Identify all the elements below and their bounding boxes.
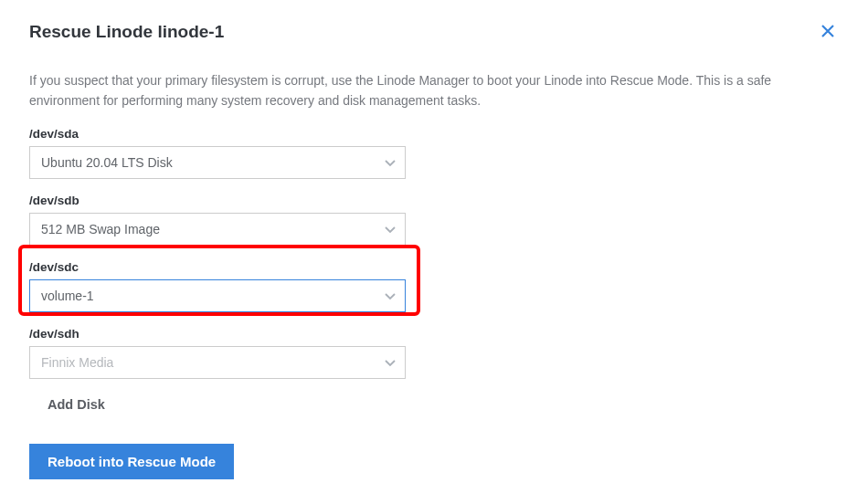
device-sdh-select: Finnix Media (29, 346, 406, 379)
device-sdb-select[interactable]: 512 MB Swap Image (29, 213, 406, 246)
device-sdh-group: /dev/sdh Finnix Media (29, 327, 839, 379)
modal-description: If you suspect that your primary filesys… (29, 71, 839, 110)
device-sdc-group: /dev/sdc volume-1 (29, 260, 839, 312)
add-disk-button[interactable]: Add Disk (48, 397, 105, 412)
rescue-modal: Rescue Linode linode-1 If you suspect th… (0, 0, 868, 483)
device-sdb-label: /dev/sdb (29, 194, 839, 207)
device-sda-select[interactable]: Ubuntu 20.04 LTS Disk (29, 146, 406, 179)
device-sdc-value: volume-1 (41, 289, 94, 303)
device-sdc-label: /dev/sdc (29, 260, 839, 274)
reboot-rescue-button[interactable]: Reboot into Rescue Mode (29, 444, 234, 479)
device-sda-group: /dev/sda Ubuntu 20.04 LTS Disk (29, 127, 839, 179)
device-sdh-label: /dev/sdh (29, 327, 839, 341)
device-sda-value: Ubuntu 20.04 LTS Disk (41, 155, 173, 170)
close-icon[interactable] (817, 22, 839, 42)
action-row: Reboot into Rescue Mode (29, 444, 839, 479)
device-sdb-group: /dev/sdb 512 MB Swap Image (29, 194, 839, 246)
device-sda-label: /dev/sda (29, 127, 839, 141)
device-sdb-value: 512 MB Swap Image (41, 222, 160, 236)
modal-title: Rescue Linode linode-1 (29, 22, 224, 42)
device-sdh-value: Finnix Media (41, 355, 113, 370)
modal-header: Rescue Linode linode-1 (29, 22, 839, 42)
device-sdc-select[interactable]: volume-1 (29, 279, 406, 312)
